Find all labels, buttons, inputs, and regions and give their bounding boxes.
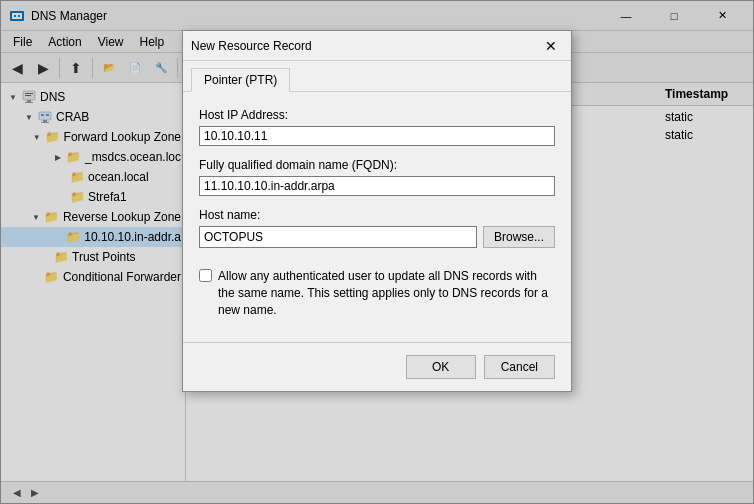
dialog-close-button[interactable]: ✕ xyxy=(539,34,563,58)
tab-ptr[interactable]: Pointer (PTR) xyxy=(191,68,290,92)
dialog-title: New Resource Record xyxy=(191,39,539,53)
dialog-footer: OK Cancel xyxy=(183,342,571,391)
host-ip-input[interactable] xyxy=(199,126,555,146)
fqdn-input[interactable] xyxy=(199,176,555,196)
host-name-input-row: Browse... xyxy=(199,226,555,248)
host-name-field-group: Host name: Browse... xyxy=(199,208,555,248)
new-resource-record-dialog: New Resource Record ✕ Pointer (PTR) Host… xyxy=(182,30,572,392)
dialog-title-bar: New Resource Record ✕ xyxy=(183,31,571,61)
checkbox-label: Allow any authenticated user to update a… xyxy=(218,268,555,318)
browse-button[interactable]: Browse... xyxy=(483,226,555,248)
host-ip-field-group: Host IP Address: xyxy=(199,108,555,146)
host-name-input[interactable] xyxy=(199,226,477,248)
host-ip-label: Host IP Address: xyxy=(199,108,555,122)
checkbox-row: Allow any authenticated user to update a… xyxy=(199,268,555,318)
dialog-content: Host IP Address: Fully qualified domain … xyxy=(183,92,571,334)
host-name-label: Host name: xyxy=(199,208,555,222)
dialog-tabs: Pointer (PTR) xyxy=(183,61,571,92)
dialog-overlay: New Resource Record ✕ Pointer (PTR) Host… xyxy=(0,0,754,504)
cancel-button[interactable]: Cancel xyxy=(484,355,555,379)
fqdn-field-group: Fully qualified domain name (FQDN): xyxy=(199,158,555,196)
allow-update-checkbox[interactable] xyxy=(199,269,212,282)
ok-button[interactable]: OK xyxy=(406,355,476,379)
fqdn-label: Fully qualified domain name (FQDN): xyxy=(199,158,555,172)
